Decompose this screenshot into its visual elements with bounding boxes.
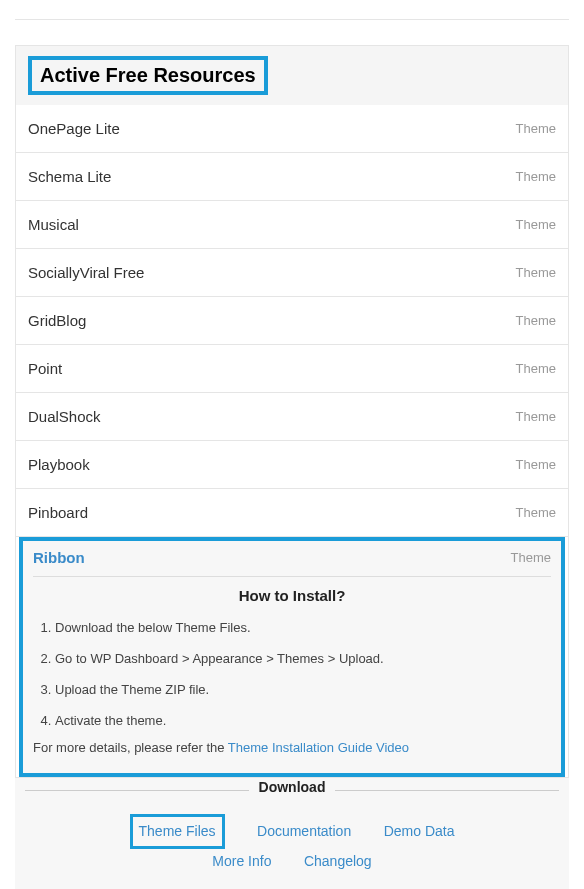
install-step: Upload the Theme ZIP file.: [55, 682, 551, 697]
resource-name: Musical: [28, 216, 79, 233]
download-title-wrap: Download: [25, 778, 559, 802]
resource-name: SociallyViral Free: [28, 264, 144, 281]
panel-title: Active Free Resources: [40, 64, 256, 86]
resource-type: Theme: [516, 361, 556, 376]
more-details-text: For more details, please refer the: [33, 740, 228, 755]
expanded-name: Ribbon: [33, 549, 85, 566]
resource-type: Theme: [516, 265, 556, 280]
resource-name: Schema Lite: [28, 168, 111, 185]
resource-name: GridBlog: [28, 312, 86, 329]
resource-row[interactable]: DualShock Theme: [16, 393, 568, 441]
resource-name: Point: [28, 360, 62, 377]
documentation-link[interactable]: Documentation: [257, 819, 351, 844]
resource-row[interactable]: Schema Lite Theme: [16, 153, 568, 201]
resource-row[interactable]: OnePage Lite Theme: [16, 105, 568, 153]
resource-row[interactable]: GridBlog Theme: [16, 297, 568, 345]
more-details: For more details, please refer the Theme…: [33, 740, 551, 755]
download-links: Theme Files Documentation Demo Data More…: [25, 814, 559, 874]
top-divider: [15, 0, 569, 20]
more-info-link[interactable]: More Info: [212, 849, 271, 874]
resource-type: Theme: [516, 313, 556, 328]
panel-header: Active Free Resources: [16, 46, 568, 105]
resource-type: Theme: [516, 169, 556, 184]
resource-type: Theme: [516, 457, 556, 472]
resource-name: Pinboard: [28, 504, 88, 521]
expanded-header-row[interactable]: Ribbon Theme: [33, 549, 551, 576]
expanded-type: Theme: [511, 550, 551, 565]
resource-type: Theme: [516, 505, 556, 520]
resource-row[interactable]: Musical Theme: [16, 201, 568, 249]
theme-files-highlight: Theme Files: [130, 814, 225, 849]
install-steps: Download the below Theme Files. Go to WP…: [33, 620, 551, 728]
resource-type: Theme: [516, 409, 556, 424]
resource-name: DualShock: [28, 408, 101, 425]
resource-type: Theme: [516, 121, 556, 136]
resource-row[interactable]: Playbook Theme: [16, 441, 568, 489]
resource-name: OnePage Lite: [28, 120, 120, 137]
resource-name: Playbook: [28, 456, 90, 473]
download-block: Download Theme Files Documentation Demo …: [15, 778, 569, 889]
download-title: Download: [249, 779, 336, 795]
resource-row[interactable]: Point Theme: [16, 345, 568, 393]
resource-row[interactable]: Pinboard Theme: [16, 489, 568, 537]
install-step: Activate the theme.: [55, 713, 551, 728]
resource-row[interactable]: SociallyViral Free Theme: [16, 249, 568, 297]
resource-type: Theme: [516, 217, 556, 232]
install-step: Go to WP Dashboard > Appearance > Themes…: [55, 651, 551, 666]
header-highlight: Active Free Resources: [28, 56, 268, 95]
install-guide-link[interactable]: Theme Installation Guide Video: [228, 740, 409, 755]
resources-panel: Active Free Resources OnePage Lite Theme…: [15, 45, 569, 778]
demo-data-link[interactable]: Demo Data: [384, 819, 455, 844]
expanded-resource: Ribbon Theme How to Install? Download th…: [19, 537, 565, 777]
howto-title: How to Install?: [33, 576, 551, 604]
theme-files-link[interactable]: Theme Files: [139, 819, 216, 844]
install-step: Download the below Theme Files.: [55, 620, 551, 635]
changelog-link[interactable]: Changelog: [304, 849, 372, 874]
